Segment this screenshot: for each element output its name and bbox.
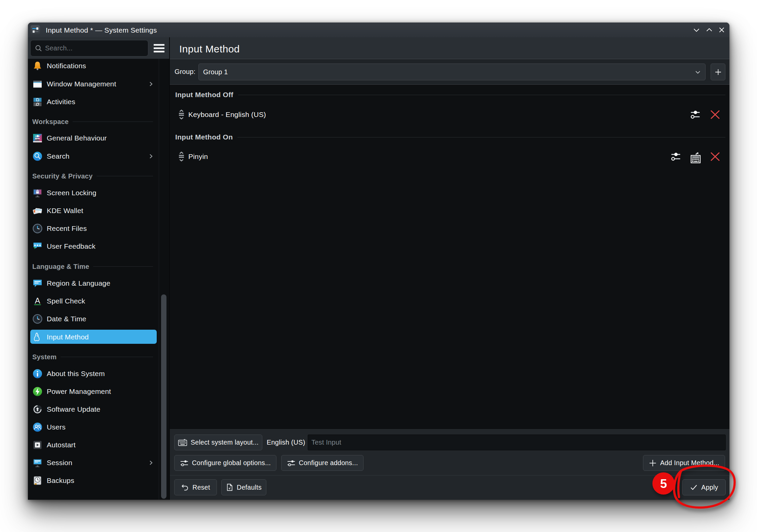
- svg-text:A: A: [35, 296, 40, 305]
